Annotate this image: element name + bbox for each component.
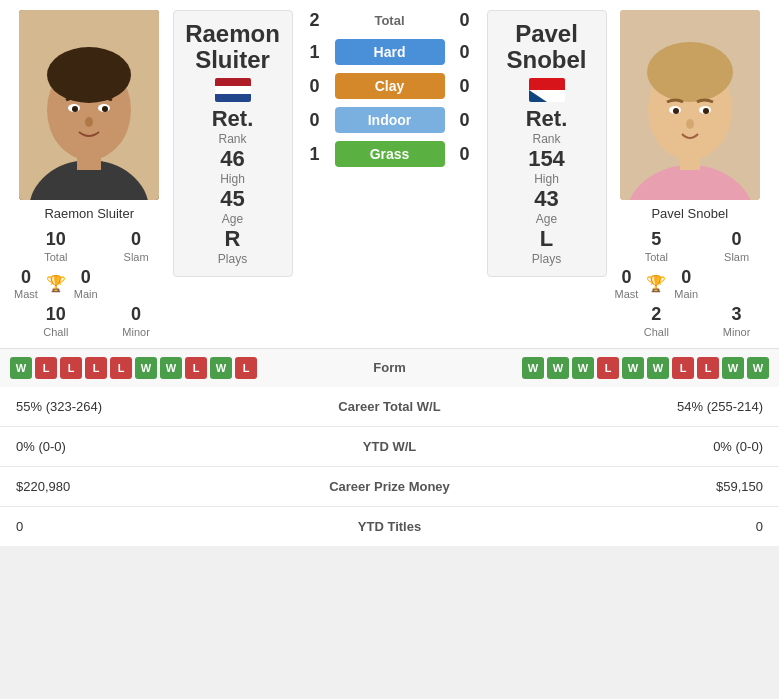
- svg-point-16: [647, 42, 733, 102]
- stat-left-3: 0: [0, 506, 257, 546]
- form-badge-right-w: W: [722, 357, 744, 379]
- center-section: 2 Total 0 1 Hard 0 0 Clay 0 0 Indoor 0 1: [297, 10, 483, 167]
- stat-right-0: 54% (255-214): [522, 387, 779, 427]
- right-trophy-icon: 🏆: [646, 274, 666, 293]
- form-badge-left-w: W: [10, 357, 32, 379]
- left-age-stat: 45 Age: [220, 186, 244, 226]
- left-middle-card: Raemon Sluiter Ret. Rank 46 High 45 A: [173, 10, 293, 277]
- clay-right-score: 0: [455, 76, 475, 97]
- right-mast-value: 0: [615, 267, 639, 289]
- right-total-value: 5: [615, 229, 699, 251]
- flag-stripe-white-cz: [529, 90, 565, 102]
- left-age-value: 45: [220, 186, 244, 212]
- stat-center-1: YTD W/L: [257, 426, 522, 466]
- left-rank-label: Rank: [212, 132, 254, 146]
- svg-point-5: [47, 47, 131, 103]
- left-slam-label: Slam: [108, 251, 165, 263]
- right-high-value: 154: [528, 146, 565, 172]
- right-stats-grid: 5 Total 0 Slam 0 Mast 🏆 0 Main: [611, 229, 770, 338]
- left-total-label: Total: [14, 251, 98, 263]
- stats-row-1: 0% (0-0) YTD W/L 0% (0-0): [0, 426, 779, 466]
- stat-right-2: $59,150: [522, 466, 779, 506]
- form-badge-left-l: L: [35, 357, 57, 379]
- total-right-score: 0: [455, 10, 475, 31]
- left-minor-value: 0: [108, 304, 165, 326]
- svg-point-10: [85, 117, 93, 127]
- right-age-value: 43: [534, 186, 558, 212]
- left-player-name-top: Raemon Sluiter: [185, 21, 280, 74]
- form-badge-left-w: W: [135, 357, 157, 379]
- right-middle-card: Pavel Snobel Ret. Rank 154 High: [487, 10, 607, 277]
- left-age-label: Age: [220, 212, 244, 226]
- form-badge-left-l: L: [60, 357, 82, 379]
- indoor-right-score: 0: [455, 110, 475, 131]
- flag-stripe-blue: [215, 94, 251, 102]
- right-chall-cell: 2 Chall: [615, 304, 699, 338]
- form-badge-right-w: W: [747, 357, 769, 379]
- right-slam-value: 0: [708, 229, 765, 251]
- svg-point-20: [703, 108, 709, 114]
- left-total-value: 10: [14, 229, 98, 251]
- grass-surface-btn[interactable]: Grass: [335, 141, 445, 167]
- right-mast-row: 0 Mast 🏆 0 Main: [615, 267, 699, 301]
- left-player-name: Raemon Sluiter: [44, 206, 134, 221]
- left-mast-row: 0 Mast 🏆 0 Main: [14, 267, 98, 301]
- main-container: Raemon Sluiter 10 Total 0 Slam 0 Mast 🏆: [0, 0, 779, 546]
- total-row: 2 Total 0: [305, 10, 475, 31]
- right-main-label: Main: [674, 288, 698, 300]
- clay-surface-btn[interactable]: Clay: [335, 73, 445, 99]
- total-left-score: 2: [305, 10, 325, 31]
- form-badge-left-w: W: [210, 357, 232, 379]
- right-plays-stat: L Plays: [532, 226, 561, 266]
- left-chall-label: Chall: [14, 326, 98, 338]
- right-high-label: High: [528, 172, 565, 186]
- form-badge-left-l: L: [110, 357, 132, 379]
- stats-row-0: 55% (323-264) Career Total W/L 54% (255-…: [0, 387, 779, 427]
- left-player-silhouette: [19, 10, 159, 200]
- form-badge-right-w: W: [647, 357, 669, 379]
- form-badge-left-l: L: [85, 357, 107, 379]
- right-chall-value: 2: [615, 304, 699, 326]
- grass-right-score: 0: [455, 144, 475, 165]
- right-form-badges: WWWLWWLLWW: [522, 357, 769, 379]
- clay-row: 0 Clay 0: [305, 73, 475, 99]
- left-slam-cell: 0 Slam: [108, 229, 165, 263]
- form-badge-left-l: L: [235, 357, 257, 379]
- left-plays-stat: R Plays: [218, 226, 247, 266]
- total-label: Total: [335, 13, 445, 28]
- right-slam-cell: 0 Slam: [708, 229, 765, 263]
- left-flag-container: [215, 78, 251, 106]
- stat-center-3: YTD Titles: [257, 506, 522, 546]
- stat-left-2: $220,980: [0, 466, 257, 506]
- stat-right-1: 0% (0-0): [522, 426, 779, 466]
- right-minor-value: 3: [708, 304, 765, 326]
- right-age-label: Age: [534, 212, 558, 226]
- right-plays-label: Plays: [532, 252, 561, 266]
- stat-center-0: Career Total W/L: [257, 387, 522, 427]
- hard-right-score: 0: [455, 42, 475, 63]
- hard-surface-btn[interactable]: Hard: [335, 39, 445, 65]
- form-badge-right-l: L: [597, 357, 619, 379]
- right-player-silhouette: [620, 10, 760, 200]
- left-player-photo: [19, 10, 159, 200]
- flag-triangle-blue: [529, 90, 547, 102]
- left-player-block: Raemon Sluiter 10 Total 0 Slam 0 Mast 🏆: [10, 10, 169, 338]
- indoor-left-score: 0: [305, 110, 325, 131]
- left-plays-value: R: [218, 226, 247, 252]
- left-high-value: 46: [220, 146, 245, 172]
- left-high-label: High: [220, 172, 245, 186]
- svg-point-8: [72, 106, 78, 112]
- right-player-photo: [620, 10, 760, 200]
- right-player-name-top: Pavel Snobel: [506, 21, 586, 74]
- left-stats-grid: 10 Total 0 Slam 0 Mast 🏆 0 Main: [10, 229, 169, 338]
- form-badge-right-w: W: [547, 357, 569, 379]
- players-section: Raemon Sluiter 10 Total 0 Slam 0 Mast 🏆: [0, 0, 779, 348]
- flag-stripe-white: [215, 86, 251, 94]
- flag-stripe-red: [215, 78, 251, 86]
- left-minor-label: Minor: [108, 326, 165, 338]
- grass-left-score: 1: [305, 144, 325, 165]
- left-minor-cell: 0 Minor: [108, 304, 165, 338]
- indoor-surface-btn[interactable]: Indoor: [335, 107, 445, 133]
- right-chall-label: Chall: [615, 326, 699, 338]
- right-minor-label: Minor: [708, 326, 765, 338]
